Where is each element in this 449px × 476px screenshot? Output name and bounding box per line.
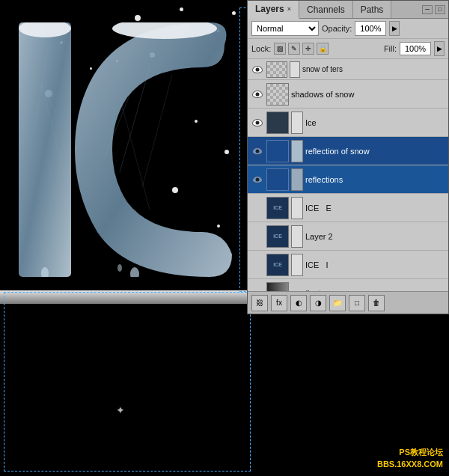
layer-thumbnail (266, 168, 289, 191)
layer-mask-thumb (291, 112, 303, 134)
lock-label: Lock: (251, 44, 271, 53)
layer-name: Ice (305, 118, 445, 127)
layer-thumbnail: ICE (266, 254, 289, 276)
layer-name: ICE E (305, 204, 445, 213)
layer-2[interactable]: ICE Layer 2 (248, 222, 448, 251)
svg-point-11 (130, 267, 139, 277)
layer-ice-e[interactable]: ICE ICE E (248, 194, 448, 222)
layer-name: Layer 2 (305, 232, 445, 241)
layer-gradient[interactable]: gradient (248, 279, 448, 291)
lock-paint-btn[interactable]: ✎ (288, 43, 300, 55)
lock-icons-group: ▨ ✎ ✛ 🔒 (274, 43, 329, 55)
letter-i (11, 22, 79, 277)
layer-thumbnail (266, 140, 289, 162)
layer-name: snow of ters (302, 65, 445, 73)
layer-mask-thumb (291, 254, 303, 276)
layer-visibility-toggle[interactable] (251, 63, 264, 76)
panel-tabs: Layers × Channels Paths ─ □ (248, 1, 448, 19)
layer-reflection-of-snow[interactable]: reflection of snow (248, 137, 448, 165)
fill-input[interactable] (400, 42, 431, 55)
layer-visibility-toggle[interactable] (251, 230, 264, 243)
tab-channels-label: Channels (307, 4, 345, 15)
layer-name: reflection of snow (305, 147, 445, 156)
svg-line-10 (142, 75, 172, 187)
ice-text-area (0, 7, 247, 299)
mask-button[interactable]: ◐ (290, 295, 307, 311)
layer-thumbnail: ICE (266, 225, 289, 248)
opacity-input[interactable] (355, 21, 386, 36)
link-button[interactable]: ⛓ (251, 295, 268, 311)
layer-ice-i[interactable]: ICE ICE I (248, 251, 448, 279)
layer-reflections[interactable]: reflections (248, 165, 448, 194)
layer-thumbnail: ICE (266, 197, 289, 219)
tab-layers-close[interactable]: × (287, 5, 291, 13)
lock-transparent-btn[interactable]: ▨ (274, 43, 286, 55)
layer-thumbnail (266, 282, 289, 292)
layers-list: snow of ters shadows of snow Ice (248, 59, 448, 291)
maximize-button[interactable]: □ (435, 5, 445, 14)
layers-panel: Layers × Channels Paths ─ □ Normal Opaci… (247, 0, 449, 314)
blend-opacity-row: Normal Opacity: ▶ (248, 19, 448, 39)
panel-corner-buttons: ─ □ (422, 1, 448, 18)
delete-layer-button[interactable]: 🗑 (368, 295, 385, 311)
tab-paths-label: Paths (361, 4, 384, 15)
sparkle: ✦ (116, 404, 125, 416)
layer-visibility-toggle[interactable] (251, 88, 264, 101)
layer-thumbnail (266, 83, 289, 106)
svg-line-9 (120, 97, 150, 210)
layer-visibility-toggle[interactable] (251, 116, 264, 129)
lock-all-btn[interactable]: 🔒 (317, 43, 329, 55)
layer-shadows-of-snow[interactable]: shadows of snow (248, 80, 448, 109)
minimize-button[interactable]: ─ (422, 5, 433, 14)
tab-layers-label: Layers (255, 4, 284, 14)
layer-name: gradient (291, 289, 445, 292)
layer-name: shadows of snow (291, 90, 445, 99)
watermark: PS教程论坛 BBS.16XX8.COM (377, 447, 443, 470)
layers-scroll-container: snow of ters shadows of snow Ice (248, 59, 448, 291)
layer-name: ICE I (305, 260, 445, 269)
lock-move-btn[interactable]: ✛ (302, 43, 314, 55)
layer-visibility-toggle[interactable] (251, 144, 264, 158)
tab-channels[interactable]: Channels (299, 1, 353, 18)
layer-mask-thumb (290, 61, 300, 78)
blend-mode-select[interactable]: Normal (251, 21, 319, 36)
svg-point-12 (117, 264, 122, 272)
layer-mask-thumb (291, 140, 303, 162)
fill-label: Fill: (384, 44, 397, 53)
panel-bottom-toolbar: ⛓ fx ◐ ◑ 📁 □ 🗑 (248, 291, 448, 314)
fill-arrow[interactable]: ▶ (434, 41, 445, 56)
letter-c (75, 22, 239, 277)
lock-fill-row: Lock: ▨ ✎ ✛ 🔒 Fill: ▶ (248, 39, 448, 59)
adjustment-button[interactable]: ◑ (310, 295, 326, 311)
tab-paths[interactable]: Paths (353, 1, 392, 18)
layer-snow-of-ters[interactable]: snow of ters (248, 59, 448, 80)
watermark-line2: BBS.16XX8.COM (377, 459, 443, 470)
layer-thumbnail (266, 112, 289, 134)
tab-layers[interactable]: Layers × (248, 1, 299, 19)
layer-visibility-toggle[interactable] (251, 287, 264, 292)
opacity-arrow[interactable]: ▶ (389, 21, 400, 36)
layer-visibility-toggle[interactable] (251, 201, 264, 215)
layer-visibility-toggle[interactable] (251, 258, 264, 272)
fx-button[interactable]: fx (271, 295, 287, 311)
layer-thumbnail (266, 61, 287, 78)
layer-name: reflections (305, 175, 445, 184)
watermark-line1: PS教程论坛 (377, 447, 443, 458)
new-layer-button[interactable]: □ (349, 295, 365, 311)
layer-visibility-toggle[interactable] (251, 173, 264, 186)
layer-ice[interactable]: Ice (248, 109, 448, 137)
layer-mask-thumb (291, 168, 303, 191)
folder-button[interactable]: 📁 (329, 295, 346, 311)
layer-mask-thumb (291, 225, 303, 248)
selection-box (4, 292, 251, 472)
layer-mask-thumb (291, 197, 303, 219)
opacity-label: Opacity: (322, 24, 352, 33)
